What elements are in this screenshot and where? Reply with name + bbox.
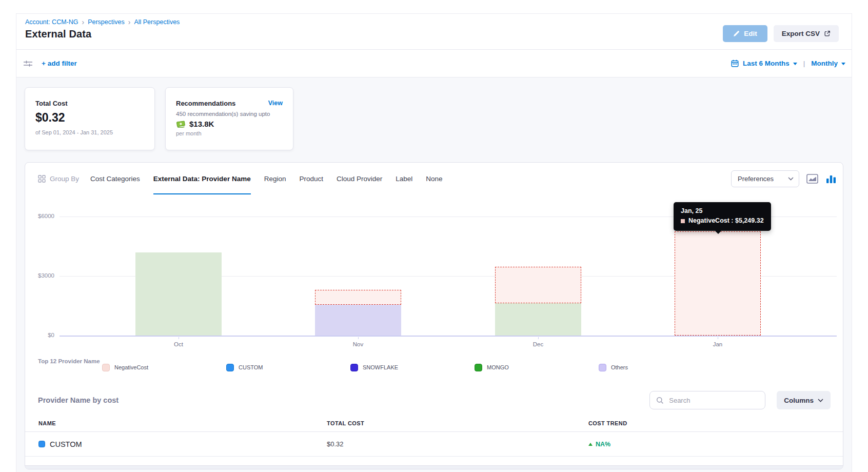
group-by-grid-icon: [38, 175, 46, 183]
legend-label: MONGO: [487, 364, 509, 370]
x-axis-label-dec: Dec: [515, 341, 561, 347]
y-axis-label-3000: $3000: [25, 272, 54, 279]
groupby-tab-none[interactable]: None: [426, 163, 442, 194]
legend-item-snowflake[interactable]: SNOWFLAKE: [350, 357, 475, 378]
legend-item-others[interactable]: Others: [599, 357, 723, 378]
column-header-cost-trend: COST TREND: [588, 420, 843, 426]
table-section-header: Provider Name by cost Columns: [25, 386, 843, 415]
table-row-custom[interactable]: CUSTOM$0.32NA%: [25, 432, 843, 457]
edit-button[interactable]: Edit: [723, 25, 767, 42]
add-filter-button[interactable]: + add filter: [42, 60, 77, 67]
page-title: External Data: [25, 28, 180, 40]
bar-nov-negativecost[interactable]: [315, 290, 401, 305]
date-range-dropdown[interactable]: Last 6 Months: [743, 60, 797, 67]
provider-color-swatch: [38, 441, 45, 447]
bar-dec-negativecost[interactable]: [495, 267, 581, 303]
groupby-tab-region[interactable]: Region: [264, 163, 286, 194]
total-cost-period: of Sep 01, 2024 - Jan 31, 2025: [35, 129, 144, 135]
group-by-row: Group By Cost CategoriesExternal Data: P…: [25, 163, 843, 194]
x-axis-tick: [718, 337, 718, 339]
total-cost-card: Total Cost $0.32 of Sep 01, 2024 - Jan 3…: [25, 87, 155, 150]
legend-swatch-negativecost: [102, 364, 110, 371]
export-csv-label: Export CSV: [782, 30, 820, 37]
x-axis-label-jan: Jan: [695, 341, 741, 347]
x-axis-label-nov: Nov: [335, 341, 381, 347]
view-recommendations-link[interactable]: View: [268, 100, 283, 107]
legend-item-mongo[interactable]: MONGO: [475, 357, 599, 378]
breadcrumb-link-perspectives[interactable]: Perspectives: [88, 18, 125, 26]
legend-swatch-snowflake: [350, 364, 358, 371]
chart-legend: Top 12 Provider Name NegativeCostCUSTOMS…: [25, 357, 843, 378]
filter-settings-icon[interactable]: [21, 57, 35, 70]
savings-value: $13.8K: [189, 120, 214, 128]
chevron-down-icon: [793, 63, 797, 65]
chevron-down-icon: [788, 177, 794, 181]
legend-label: SNOWFLAKE: [363, 364, 398, 370]
area-chart-toggle-icon[interactable]: [806, 174, 818, 184]
granularity-dropdown[interactable]: Monthly: [811, 60, 845, 67]
chart-tooltip: Jan, 25 NegativeCost : $5,249.32: [674, 202, 771, 231]
groupby-tab-product[interactable]: Product: [299, 163, 323, 194]
savings-period: per month: [176, 130, 283, 136]
table-next-row-partial: [25, 465, 843, 469]
trend-value: NA%: [596, 441, 610, 448]
pencil-icon: [733, 30, 740, 37]
row-name-cell: CUSTOM: [38, 440, 327, 448]
cost-bar-chart: Jan, 25 NegativeCost : $5,249.32 $0$3000…: [25, 201, 843, 355]
content-area: Total Cost $0.32 of Sep 01, 2024 - Jan 3…: [16, 77, 852, 472]
trend-up-icon: [588, 443, 593, 446]
date-range-label: Last 6 Months: [743, 60, 790, 67]
groupby-tab-external-data-provider-name[interactable]: External Data: Provider Name: [153, 163, 251, 194]
row-cost-trend: NA%: [588, 441, 843, 448]
page-header: Account: CCM-NG›Perspectives›All Perspec…: [16, 14, 852, 50]
legend-title: Top 12 Provider Name: [38, 357, 102, 378]
legend-item-custom[interactable]: CUSTOM: [226, 357, 350, 378]
export-csv-button[interactable]: Export CSV: [774, 25, 839, 42]
granularity-label: Monthly: [811, 60, 838, 67]
bar-dec-mongo[interactable]: [495, 303, 581, 336]
app-frame: Account: CCM-NG›Perspectives›All Perspec…: [16, 13, 852, 472]
x-axis-tick: [538, 337, 539, 339]
recommendations-subtitle: 450 recommendation(s) saving upto: [176, 111, 283, 117]
preferences-dropdown[interactable]: Preferences: [731, 170, 799, 187]
table-title: Provider Name by cost: [38, 396, 119, 404]
preferences-label: Preferences: [738, 175, 774, 183]
tooltip-series-marker: [681, 219, 685, 223]
recommendations-card: Recommendations View 450 recommendation(…: [165, 87, 293, 150]
chevron-down-icon: [818, 399, 823, 402]
search-box: [649, 391, 765, 409]
tooltip-value: NegativeCost : $5,249.32: [688, 216, 764, 226]
filter-separator: |: [803, 60, 805, 67]
legend-label: CUSTOM: [239, 364, 263, 370]
legend-item-negativecost[interactable]: NegativeCost: [102, 357, 226, 378]
legend-swatch-others: [599, 364, 606, 371]
tooltip-title: Jan, 25: [681, 206, 764, 216]
breadcrumb-link-account-ccm-ng[interactable]: Account: CCM-NG: [25, 18, 78, 26]
breadcrumb: Account: CCM-NG›Perspectives›All Perspec…: [25, 18, 180, 26]
total-cost-value: $0.32: [35, 111, 144, 125]
columns-button[interactable]: Columns: [777, 391, 831, 409]
provider-name: CUSTOM: [50, 440, 82, 448]
column-header-name: NAME: [38, 420, 327, 426]
bar-oct-mongo[interactable]: [135, 252, 222, 336]
edit-button-label: Edit: [744, 30, 757, 37]
savings-icon: [176, 120, 186, 128]
bar-chart-toggle-icon[interactable]: [825, 174, 837, 184]
filter-bar: + add filter Last 6 Months | Monthly: [16, 50, 852, 77]
legend-label: NegativeCost: [114, 364, 148, 370]
row-total-cost: $0.32: [327, 440, 588, 448]
chevron-down-icon: [841, 63, 845, 65]
breadcrumb-link-all-perspectives[interactable]: All Perspectives: [134, 18, 180, 26]
group-by-tabs: Cost CategoriesExternal Data: Provider N…: [90, 163, 443, 194]
x-axis-tick: [179, 337, 179, 339]
legend-swatch-mongo: [475, 364, 482, 371]
perspective-panel: Group By Cost CategoriesExternal Data: P…: [25, 162, 843, 469]
bar-jan-negativecost[interactable]: [675, 231, 761, 336]
total-cost-title: Total Cost: [35, 100, 144, 107]
legend-label: Others: [611, 364, 628, 370]
bar-nov-snowflake[interactable]: [315, 305, 401, 336]
groupby-tab-cost-categories[interactable]: Cost Categories: [90, 163, 140, 194]
search-input[interactable]: [668, 396, 760, 405]
groupby-tab-label[interactable]: Label: [396, 163, 412, 194]
groupby-tab-cloud-provider[interactable]: Cloud Provider: [337, 163, 382, 194]
